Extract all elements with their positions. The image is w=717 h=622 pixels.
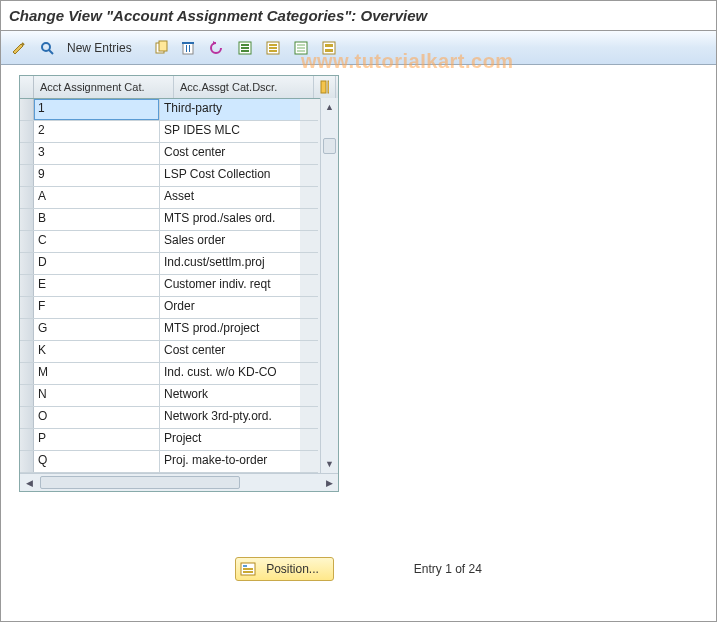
column-config-button[interactable] (314, 76, 336, 98)
cell-desc[interactable]: Proj. make-to-order (160, 451, 300, 472)
cell-cat[interactable]: Q (34, 451, 160, 472)
table-row[interactable]: AAsset (20, 187, 318, 209)
new-entries-button[interactable]: New Entries (63, 37, 141, 59)
table-row[interactable]: FOrder (20, 297, 318, 319)
cell-cat[interactable]: A (34, 187, 160, 208)
row-selector[interactable] (20, 121, 34, 142)
scroll-right-button[interactable]: ▶ (320, 474, 338, 491)
cell-desc[interactable]: Asset (160, 187, 300, 208)
cell-cat[interactable]: D (34, 253, 160, 274)
row-selector[interactable] (20, 341, 34, 362)
table-row[interactable]: 2SP IDES MLC (20, 121, 318, 143)
cell-cat[interactable]: 1 (34, 99, 160, 120)
vertical-scroll-track[interactable] (321, 116, 338, 455)
row-selector[interactable] (20, 99, 34, 120)
cell-cat[interactable]: B (34, 209, 160, 230)
column-header-cat[interactable]: Acct Assignment Cat. (34, 76, 174, 98)
cell-desc[interactable]: Project (160, 429, 300, 450)
cell-desc[interactable]: LSP Cost Collection (160, 165, 300, 186)
table-row[interactable]: 1Third-party (20, 99, 318, 121)
cell-cat[interactable]: N (34, 385, 160, 406)
svg-rect-10 (241, 47, 249, 49)
row-selector[interactable] (20, 165, 34, 186)
row-selector[interactable] (20, 143, 34, 164)
details-button[interactable] (35, 37, 59, 59)
new-entries-label: New Entries (67, 41, 132, 55)
deselect-all-button[interactable] (289, 37, 313, 59)
cell-cat[interactable]: C (34, 231, 160, 252)
cell-cat[interactable]: 3 (34, 143, 160, 164)
row-selector[interactable] (20, 429, 34, 450)
row-selector[interactable] (20, 363, 34, 384)
cell-desc[interactable]: MTS prod./sales ord. (160, 209, 300, 230)
row-selector[interactable] (20, 319, 34, 340)
table-row[interactable]: MInd. cust. w/o KD-CO (20, 363, 318, 385)
horizontal-scroll-thumb[interactable] (40, 476, 240, 489)
row-selector[interactable] (20, 209, 34, 230)
row-selector[interactable] (20, 275, 34, 296)
cell-desc[interactable]: SP IDES MLC (160, 121, 300, 142)
table-row[interactable]: PProject (20, 429, 318, 451)
vertical-scroll-thumb[interactable] (323, 138, 336, 154)
cell-cat[interactable]: P (34, 429, 160, 450)
cell-cat[interactable]: E (34, 275, 160, 296)
table-row[interactable]: ONetwork 3rd-pty.ord. (20, 407, 318, 429)
cell-cat[interactable]: 2 (34, 121, 160, 142)
undo-button[interactable] (205, 37, 229, 59)
row-selector[interactable] (20, 407, 34, 428)
table-row[interactable]: KCost center (20, 341, 318, 363)
select-block-button[interactable] (261, 37, 285, 59)
select-all-button[interactable] (233, 37, 257, 59)
row-selector[interactable] (20, 231, 34, 252)
cell-desc[interactable]: Cost center (160, 341, 300, 362)
scroll-down-button[interactable]: ▼ (321, 455, 338, 473)
row-selector[interactable] (20, 187, 34, 208)
table-row[interactable]: GMTS prod./project (20, 319, 318, 341)
horizontal-scrollbar[interactable]: ◀ ▶ (20, 473, 338, 491)
table-row[interactable]: BMTS prod./sales ord. (20, 209, 318, 231)
copy-as-button[interactable] (149, 37, 173, 59)
delete-button[interactable] (177, 37, 201, 59)
cell-desc[interactable]: Order (160, 297, 300, 318)
display-change-toggle-button[interactable] (7, 37, 31, 59)
table-row[interactable]: ECustomer indiv. reqt (20, 275, 318, 297)
table-row[interactable]: CSales order (20, 231, 318, 253)
position-label: Position... (266, 562, 319, 576)
row-selector[interactable] (20, 297, 34, 318)
cell-desc[interactable]: Network (160, 385, 300, 406)
footer-bar: Position... Entry 1 of 24 (1, 557, 716, 581)
svg-rect-4 (183, 43, 193, 54)
row-selector[interactable] (20, 451, 34, 472)
cell-cat[interactable]: M (34, 363, 160, 384)
horizontal-scroll-track[interactable] (38, 474, 320, 491)
cell-desc[interactable]: Cost center (160, 143, 300, 164)
application-toolbar: New Entries (1, 31, 716, 65)
table-row[interactable]: QProj. make-to-order (20, 451, 318, 473)
vertical-scrollbar[interactable]: ▲ ▼ (320, 98, 338, 473)
table-row[interactable]: 9LSP Cost Collection (20, 165, 318, 187)
table-row[interactable]: 3Cost center (20, 143, 318, 165)
cell-cat[interactable]: G (34, 319, 160, 340)
position-button[interactable]: Position... (235, 557, 334, 581)
row-selector[interactable] (20, 385, 34, 406)
cell-cat[interactable]: 9 (34, 165, 160, 186)
cell-desc[interactable]: Ind. cust. w/o KD-CO (160, 363, 300, 384)
row-header-column[interactable] (20, 76, 34, 98)
print-button[interactable] (317, 37, 341, 59)
cell-desc[interactable]: MTS prod./project (160, 319, 300, 340)
cell-cat[interactable]: F (34, 297, 160, 318)
table-row[interactable]: NNetwork (20, 385, 318, 407)
table-row[interactable]: DInd.cust/settlm.proj (20, 253, 318, 275)
cell-cat[interactable]: K (34, 341, 160, 362)
cell-cat[interactable]: O (34, 407, 160, 428)
cell-desc[interactable]: Sales order (160, 231, 300, 252)
row-selector[interactable] (20, 253, 34, 274)
cell-desc[interactable]: Customer indiv. reqt (160, 275, 300, 296)
column-header-desc[interactable]: Acc.Assgt Cat.Dscr. (174, 76, 314, 98)
cell-desc[interactable]: Network 3rd-pty.ord. (160, 407, 300, 428)
svg-rect-19 (297, 50, 305, 52)
scroll-up-button[interactable]: ▲ (321, 98, 338, 116)
cell-desc[interactable]: Ind.cust/settlm.proj (160, 253, 300, 274)
scroll-left-button[interactable]: ◀ (20, 474, 38, 491)
cell-desc[interactable]: Third-party (160, 99, 300, 120)
